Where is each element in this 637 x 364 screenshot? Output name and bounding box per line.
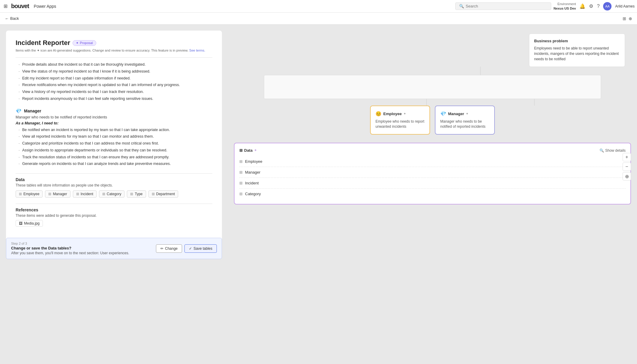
data-table-row-category[interactable]: ⊞ Category (239, 189, 626, 199)
change-label: Change (165, 246, 178, 251)
left-panel: Incident Reporter ✦ Proposal Items with … (0, 25, 228, 364)
show-details-icon: 🔍 (600, 148, 604, 153)
manager-persona-card[interactable]: 💎 Manager ✦ Manager who needs to be noti… (435, 106, 495, 135)
settings-icon[interactable]: ⚙ (589, 3, 593, 9)
connector-box (264, 75, 601, 99)
list-item: Report incidents anonymously so that I c… (18, 95, 212, 102)
table-row-name: Employee (245, 159, 262, 164)
logo: bouvet (11, 3, 29, 10)
topbar: ⊞ bouvet Power Apps 🔍 Environment Nexus … (0, 0, 637, 13)
right-panel: Business problem Employees need to be ab… (228, 25, 637, 364)
action-title: Change or save the Data tables? (11, 246, 129, 250)
env-label: Environment (554, 2, 576, 6)
data-section: Data These tables will store information… (16, 173, 212, 198)
back-label: Back (10, 16, 19, 21)
list-item: Categorize and prioritize incidents so t… (18, 140, 212, 147)
manager-section-icon: 💎 (16, 108, 22, 114)
divider-3 (16, 204, 212, 204)
back-button[interactable]: ← Back (5, 16, 19, 21)
table-grid-icon: ⊞ (239, 170, 243, 175)
list-item: View all reported incidents for my team … (18, 133, 212, 140)
employee-persona-desc: Employee who needs to report unwanted in… (375, 119, 425, 129)
table-name: Manager (53, 192, 67, 196)
persona-row: 😊 Employee ✦ Employee who needs to repor… (234, 106, 631, 135)
env-name: Nexus US Dev (554, 6, 576, 10)
data-ai-indicator: ✦ (254, 148, 257, 152)
search-box[interactable]: 🔍 (455, 2, 551, 10)
table-name: Department (156, 192, 175, 196)
grid-view-icon[interactable]: ⊞ (623, 16, 626, 21)
save-icon: ✓ (189, 246, 192, 251)
ref-title: References (16, 207, 212, 212)
list-item: Edit my incident report so that I can up… (18, 75, 212, 82)
zoom-out-button[interactable]: − (623, 163, 631, 171)
biz-problem-title: Business problem (534, 39, 620, 43)
table-row-name: Incident (245, 181, 259, 185)
fit-icon[interactable]: ⊕ (629, 16, 632, 21)
list-item: Receive notifications when my incident r… (18, 82, 212, 88)
table-pill-department[interactable]: ⊞ Department (148, 190, 178, 198)
change-button[interactable]: ✏ Change (156, 244, 182, 253)
zoom-target-button[interactable]: ⊕ (623, 172, 631, 181)
data-subtitle: These tables will store information as p… (16, 183, 212, 187)
zoom-in-button[interactable]: + (623, 153, 631, 161)
help-icon[interactable]: ? (597, 4, 600, 9)
show-details-button[interactable]: 🔍 Show details (600, 148, 626, 153)
save-tables-button[interactable]: ✓ Save tables (184, 244, 217, 253)
search-input[interactable] (466, 4, 547, 8)
table-icon: ⊞ (102, 192, 105, 196)
table-row-name: Category (245, 192, 261, 196)
table-icon: ⊞ (19, 192, 22, 196)
manager-subtitle: Manager who needs to be notified of repo… (16, 115, 212, 119)
avatar[interactable]: AA (603, 2, 612, 10)
biz-problem-text: Employees need to be able to report unwa… (534, 46, 620, 62)
environment-info: Environment Nexus US Dev (554, 2, 576, 10)
list-item: Be notified when an incident is reported… (18, 127, 212, 133)
table-grid-icon: ⊞ (239, 159, 243, 164)
table-row-name: Manager (245, 170, 260, 175)
grid-icon[interactable]: ⊞ (2, 2, 9, 10)
data-table-row-incident[interactable]: ⊞ Incident (239, 178, 626, 189)
back-arrow-icon: ← (5, 16, 9, 21)
table-pill-type[interactable]: ⊞ Type (127, 190, 146, 198)
table-icon: ⊞ (152, 192, 155, 196)
employee-persona-icon: 😊 (375, 111, 381, 117)
data-table-row-employee[interactable]: ⊞ Employee (239, 156, 626, 167)
notification-icon[interactable]: 🔔 (579, 3, 585, 9)
table-name: Category (107, 192, 121, 196)
manager-section-title: Manager (24, 109, 41, 113)
references-section: References These items were added to gen… (16, 204, 212, 227)
content-card: Incident Reporter ✦ Proposal Items with … (6, 31, 222, 259)
table-pill-category[interactable]: ⊞ Category (99, 190, 125, 198)
table-grid-icon: ⊞ (239, 192, 243, 196)
data-title-text: Data (244, 148, 253, 153)
data-card-header: ⊞ Data ✦ 🔍 Show details (239, 148, 626, 153)
table-pill-incident[interactable]: ⊞ Incident (73, 190, 97, 198)
step-label: Step 2 of 3 (11, 242, 129, 245)
list-item: Assign incidents to appropriate departme… (18, 147, 212, 154)
list-item: View the status of my reported incident … (18, 68, 212, 75)
list-item: Generate reports on incidents so that I … (18, 160, 212, 167)
list-item: Track the resolution status of incidents… (18, 154, 212, 161)
employee-persona-name: Employee (383, 112, 402, 116)
intro-bullets: Provide details about the incident so th… (16, 61, 212, 102)
ai-notice-text: Items with the ✦ icon are AI-generated s… (16, 49, 189, 52)
main-layout: Incident Reporter ✦ Proposal Items with … (0, 25, 637, 364)
business-problem-box: Business problem Employees need to be ab… (529, 34, 625, 67)
table-pill-manager[interactable]: ⊞ Manager (45, 190, 70, 198)
manager-persona-desc: Manager who needs to be notified of repo… (440, 119, 489, 129)
zoom-controls: + − ⊕ (623, 153, 631, 181)
app-name: Power Apps (34, 4, 56, 9)
data-table-row-manager[interactable]: ⊞ Manager (239, 167, 626, 178)
table-pill-employee[interactable]: ⊞ Employee (16, 190, 43, 198)
ref-file[interactable]: 🖼 Media.jpg (16, 220, 43, 227)
action-bar-info: Step 2 of 3 Change or save the Data tabl… (11, 242, 129, 255)
action-buttons: ✏ Change ✓ Save tables (156, 244, 217, 253)
see-terms-link[interactable]: See terms. (189, 49, 205, 52)
manager-section-heading: 💎 Manager (16, 108, 212, 114)
data-grid-icon: ⊞ (239, 148, 243, 153)
table-icon: ⊞ (130, 192, 133, 196)
table-name: Type (135, 192, 142, 196)
employee-persona-card[interactable]: 😊 Employee ✦ Employee who needs to repor… (370, 106, 430, 135)
table-name: Employee (23, 192, 39, 196)
